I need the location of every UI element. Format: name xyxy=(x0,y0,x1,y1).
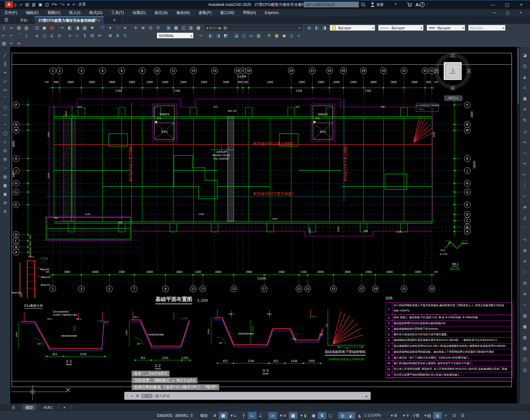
viewcube-east-label[interactable]: 东 xyxy=(466,68,472,75)
join-icon[interactable]: ⊕ xyxy=(522,204,528,210)
status-infer-constraints[interactable]: ∟ xyxy=(231,412,240,419)
menu-item-11[interactable]: 窗口(W) xyxy=(216,9,238,16)
extend-icon[interactable]: ⊢ xyxy=(522,171,528,178)
undo-button[interactable]: ↶▾ xyxy=(52,2,57,7)
dim-style-combo[interactable]: NORMAL▾ xyxy=(157,33,193,38)
status-osnap[interactable]: ▩ xyxy=(289,412,297,419)
redo-dropdown-icon[interactable]: ▾ xyxy=(122,25,129,31)
cart-icon[interactable] xyxy=(407,2,412,7)
status-customize[interactable]: ☰ xyxy=(458,412,467,419)
tab-document[interactable]: 27层CFG桩剪力墙住宅全套结构图* × xyxy=(35,16,104,25)
edit-array-icon[interactable]: ▩ xyxy=(522,323,528,330)
search-icon[interactable] xyxy=(361,2,366,7)
properties-icon[interactable]: ▥ xyxy=(522,334,528,341)
menu-item-8[interactable]: 标注(N) xyxy=(150,9,172,16)
cmd-prompt-icon[interactable]: >_ ▾ xyxy=(142,394,152,398)
break-at-point-icon[interactable]: ┆ xyxy=(522,182,528,189)
stretch-icon[interactable]: ▭ xyxy=(522,139,528,145)
dim-ordinate-icon[interactable]: ⊥ xyxy=(23,32,30,39)
chamfer-icon[interactable]: ∠ xyxy=(522,215,528,221)
dimstyle-edit-icon[interactable]: ⊣ xyxy=(197,32,204,39)
explode-icon[interactable]: ⊞ xyxy=(522,247,528,254)
layer-previous-button[interactable]: ◐ xyxy=(306,25,313,31)
status-clean-screen[interactable]: ⊡ xyxy=(450,412,459,419)
autocad-logo[interactable]: A xyxy=(5,1,13,8)
table-icon[interactable]: ⊟ xyxy=(2,199,8,206)
cmd-customize-icon[interactable]: ⚙ xyxy=(136,394,139,398)
status-transparency[interactable]: ▣ xyxy=(309,412,318,419)
viewcube-south-label[interactable]: 南 xyxy=(450,85,455,92)
calculator-icon[interactable]: ▦ xyxy=(195,25,202,31)
dim-baseline-icon[interactable]: ≍ xyxy=(66,32,73,39)
menu-item-1[interactable]: 文件(F) xyxy=(0,9,21,16)
status-quick-properties[interactable]: ▤ xyxy=(425,412,433,419)
undo-dropdown-icon[interactable]: ▾ xyxy=(107,25,114,31)
menu-item-9[interactable]: 修改(M) xyxy=(172,9,194,16)
line-icon[interactable]: ╱ xyxy=(2,52,8,58)
blend-icon[interactable]: ∿ xyxy=(522,236,528,243)
batch-check-icon[interactable]: ✔ xyxy=(8,40,15,47)
plot-preview-icon[interactable]: ◫ xyxy=(34,25,40,31)
zoom-previous-icon[interactable]: ↺ xyxy=(155,25,161,31)
command-line[interactable]: ⁞⁞ × ⚙ >_ ▾ 键入命令 ▲ xyxy=(124,392,371,400)
match-icon[interactable]: ▧ xyxy=(522,345,528,351)
layer-unisolate-button[interactable]: ◨ xyxy=(321,25,328,31)
qat-customize-icon[interactable]: ▾ xyxy=(67,2,70,7)
linetype-combo[interactable]: ByLayer▾ xyxy=(378,25,424,31)
status-autoscale[interactable]: ◮ xyxy=(355,412,364,419)
lineweight-combo[interactable]: ByLayer▾ xyxy=(427,25,465,31)
gradient-icon[interactable]: ▩ xyxy=(2,182,8,189)
pan-icon[interactable]: ✛ xyxy=(132,25,139,31)
status-annotation-monitor[interactable]: ✛ xyxy=(403,412,412,419)
circle-icon[interactable]: ○ xyxy=(2,104,8,110)
lengthen-icon[interactable]: — xyxy=(522,150,528,156)
wcs-dropdown[interactable]: WCS ▾ xyxy=(444,96,462,101)
make-block-icon[interactable]: ◧ xyxy=(207,32,214,39)
tab-close-icon[interactable]: × xyxy=(98,18,100,23)
publish-dwf-icon[interactable]: ■ xyxy=(48,25,55,31)
plot-button[interactable]: ▣ xyxy=(39,2,42,7)
menu-item-4[interactable]: 插入(I) xyxy=(65,9,85,16)
open-icon[interactable]: ▱ xyxy=(8,25,15,31)
dim-linear-icon[interactable]: ⊢ xyxy=(1,32,7,39)
maximize-button[interactable]: ▢ xyxy=(502,0,512,9)
status-otrack[interactable]: ≡ xyxy=(280,412,289,419)
fillet-icon[interactable]: ⌒ xyxy=(522,226,528,232)
dim-aligned-icon[interactable]: ⌐ xyxy=(8,32,15,39)
layer-translate-icon[interactable]: ≈ xyxy=(16,40,22,47)
file-tabs-menu-icon[interactable]: ☰ xyxy=(4,17,8,23)
status-workspace-switch[interactable]: ⚙ xyxy=(391,412,400,419)
break-icon[interactable]: ⌐ xyxy=(522,193,528,199)
dim-radius-icon[interactable]: ⌀ xyxy=(34,32,40,39)
save-as-icon[interactable]: ▥ xyxy=(23,25,30,31)
menu-item-2[interactable]: 编辑(E) xyxy=(21,9,43,16)
menu-item-12[interactable]: 帮助(H) xyxy=(238,9,260,16)
zoom-realtime-icon[interactable]: ⊕ xyxy=(140,25,147,31)
menu-item-7[interactable]: 绘图(D) xyxy=(128,9,150,16)
cmd-close-icon[interactable]: × xyxy=(131,394,134,398)
menu-item-3[interactable]: 视图(V) xyxy=(43,9,65,16)
layer-states-icon[interactable]: ▩ xyxy=(173,25,179,31)
tolerance-icon[interactable]: ⊞ xyxy=(107,32,114,39)
viewcube-top-face[interactable]: 上 xyxy=(445,64,460,78)
plot-icon[interactable]: ▣ xyxy=(41,25,48,31)
dim-space-icon[interactable]: ↕ xyxy=(81,32,88,39)
status-graphics-performance[interactable]: ✔ xyxy=(442,412,450,419)
status-dynamic-input[interactable]: ┼ xyxy=(239,412,248,419)
etransmit-icon[interactable]: ▧ xyxy=(1,40,7,47)
color-combo[interactable]: ByLayer▾ xyxy=(330,25,375,31)
edit-spline-icon[interactable]: ∽ xyxy=(522,302,528,308)
doc-close-button[interactable]: × xyxy=(515,9,526,16)
dim-diameter-icon[interactable]: ○ xyxy=(41,32,48,39)
mirror-icon[interactable]: ◭ xyxy=(522,74,528,80)
sheet-set-button[interactable]: ◫ xyxy=(45,2,49,7)
match-properties-icon[interactable]: ▨ xyxy=(81,25,88,31)
new-tab-button[interactable]: + xyxy=(109,16,120,24)
status-ortho-mode[interactable]: ∟ xyxy=(248,412,256,419)
plot-style-combo[interactable]: ByColor▾ xyxy=(468,25,505,31)
dim-angular-icon[interactable]: ∠ xyxy=(48,32,55,39)
dim-continue-icon[interactable]: ⊦ xyxy=(74,32,81,39)
status-grid-display[interactable]: # xyxy=(211,412,219,419)
copy-clip-icon[interactable]: ◧ xyxy=(66,25,73,31)
save-as-button[interactable]: ▥ xyxy=(32,2,35,7)
